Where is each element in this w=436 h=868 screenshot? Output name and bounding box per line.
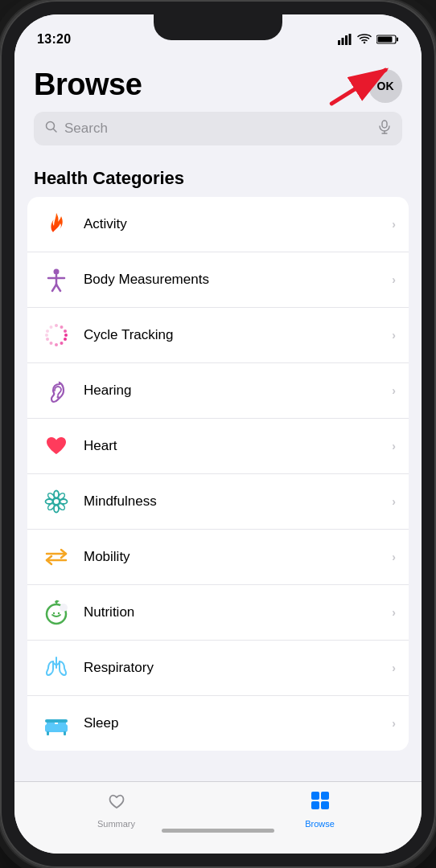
svg-line-10: [54, 129, 57, 133]
svg-rect-55: [311, 792, 319, 800]
respiratory-label: Respiratory: [84, 660, 392, 676]
ok-button[interactable]: OK: [368, 69, 402, 103]
category-item-body[interactable]: Body Measurements ›: [27, 252, 409, 308]
category-item-mobility[interactable]: Mobility ›: [27, 530, 409, 585]
svg-point-46: [53, 612, 55, 614]
page-title: Browse: [34, 68, 402, 102]
svg-rect-56: [321, 792, 329, 800]
mobility-label: Mobility: [84, 549, 392, 565]
svg-rect-5: [397, 38, 398, 42]
svg-point-47: [58, 612, 60, 614]
search-input[interactable]: Search: [64, 121, 372, 137]
mic-icon[interactable]: [378, 120, 391, 137]
sleep-label: Sleep: [84, 715, 392, 731]
category-item-sleep[interactable]: Sleep ›: [27, 696, 409, 751]
nutrition-label: Nutrition: [84, 604, 392, 620]
nutrition-icon: [40, 596, 72, 628]
body-label: Body Measurements: [84, 272, 392, 288]
svg-rect-54: [64, 731, 66, 735]
svg-point-30: [46, 330, 49, 333]
browse-icon: [310, 790, 331, 816]
category-item-heart[interactable]: Heart ›: [27, 419, 409, 474]
activity-label: Activity: [84, 216, 392, 232]
sleep-chevron: ›: [392, 717, 396, 730]
heart-label: Heart: [84, 438, 392, 454]
svg-rect-2: [345, 35, 348, 45]
svg-rect-57: [311, 801, 319, 809]
category-item-activity[interactable]: Activity ›: [27, 197, 409, 252]
svg-point-23: [64, 334, 68, 337]
categories-list: Activity ›: [27, 197, 409, 751]
screen: 13:20: [14, 14, 422, 854]
svg-point-31: [50, 326, 53, 329]
summary-icon: [106, 790, 127, 816]
notch: [154, 14, 282, 40]
summary-tab-label: Summary: [97, 819, 135, 829]
svg-rect-53: [47, 731, 49, 735]
mindfulness-icon: [40, 485, 72, 518]
category-item-respiratory[interactable]: Respiratory ›: [27, 641, 409, 696]
header-area: Browse OK: [14, 55, 422, 165]
tab-bar: Summary Browse: [14, 781, 422, 854]
svg-line-18: [56, 285, 60, 291]
svg-rect-52: [45, 719, 68, 723]
svg-rect-11: [382, 121, 387, 128]
heart-icon: [40, 430, 72, 462]
svg-point-22: [64, 330, 67, 333]
svg-point-24: [64, 338, 67, 341]
heart-chevron: ›: [392, 440, 396, 452]
svg-point-19: [47, 326, 66, 345]
svg-rect-0: [338, 40, 340, 45]
status-icons: [338, 34, 399, 45]
mobility-chevron: ›: [392, 551, 396, 563]
mindfulness-chevron: ›: [392, 495, 396, 508]
status-time: 13:20: [37, 32, 71, 47]
cycle-chevron: ›: [392, 329, 396, 342]
category-item-mindfulness[interactable]: Mindfulness ›: [27, 474, 409, 530]
activity-chevron: ›: [392, 218, 396, 231]
svg-rect-6: [378, 37, 393, 43]
svg-point-27: [50, 342, 53, 345]
status-bar: 13:20: [14, 14, 422, 55]
hearing-chevron: ›: [392, 384, 396, 397]
search-icon: [45, 121, 58, 137]
svg-point-14: [54, 269, 60, 275]
svg-point-28: [46, 338, 49, 341]
nutrition-chevron: ›: [392, 606, 396, 619]
svg-point-25: [60, 342, 64, 345]
cycle-icon: [40, 319, 72, 351]
svg-rect-1: [342, 38, 344, 45]
tab-summary[interactable]: Summary: [14, 790, 218, 829]
mobility-icon: [40, 541, 72, 573]
cycle-label: Cycle Tracking: [84, 327, 392, 343]
svg-point-20: [55, 324, 58, 327]
svg-point-26: [55, 343, 58, 346]
svg-point-32: [57, 396, 60, 399]
home-indicator: [162, 829, 274, 833]
body-icon: [40, 264, 72, 296]
mindfulness-label: Mindfulness: [84, 493, 392, 510]
body-chevron: ›: [392, 273, 396, 286]
activity-icon: [40, 208, 72, 240]
section-title: Health Categories: [14, 165, 422, 197]
respiratory-icon: [40, 652, 72, 684]
phone-frame: 13:20: [0, 0, 436, 868]
svg-point-29: [45, 334, 48, 337]
signal-icon: [338, 34, 352, 45]
browse-tab-label: Browse: [305, 819, 335, 829]
svg-point-21: [60, 326, 64, 329]
svg-point-45: [60, 604, 68, 612]
svg-rect-58: [321, 801, 329, 809]
search-bar[interactable]: Search: [34, 112, 402, 145]
svg-rect-3: [349, 34, 352, 45]
hearing-icon: [40, 375, 72, 407]
tab-browse[interactable]: Browse: [218, 790, 422, 829]
category-item-cycle[interactable]: Cycle Tracking ›: [27, 308, 409, 363]
battery-icon: [376, 34, 399, 45]
content-area: Browse OK: [14, 55, 422, 781]
sleep-icon: [40, 707, 72, 739]
category-item-nutrition[interactable]: Nutrition ›: [27, 585, 409, 641]
category-item-hearing[interactable]: Hearing ›: [27, 363, 409, 419]
respiratory-chevron: ›: [392, 661, 396, 674]
wifi-icon: [357, 34, 372, 45]
